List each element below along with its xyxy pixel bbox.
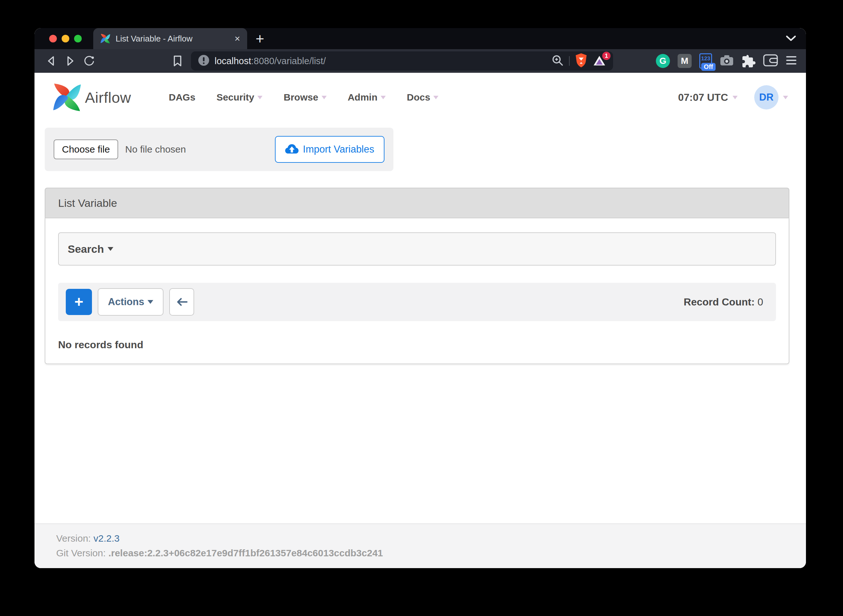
menu-hamburger-icon[interactable] [786, 56, 797, 66]
counter-extension-icon[interactable]: 123Off [699, 53, 712, 69]
rewards-badge: 1 [602, 52, 611, 60]
tab-search-chevron-icon[interactable] [786, 35, 796, 43]
grammarly-extension-icon[interactable]: G [656, 54, 670, 68]
user-menu-dropdown-icon[interactable] [783, 96, 788, 99]
address-bar[interactable]: localhost:8080/variable/list/ [191, 51, 613, 70]
record-count: Record Count: 0 [684, 296, 768, 308]
divider [569, 56, 570, 66]
nav-item-admin[interactable]: Admin [348, 92, 386, 103]
airflow-brand[interactable]: Airflow [52, 83, 131, 112]
list-variable-panel: List Variable Search + Actions [45, 188, 789, 364]
window-minimize-button[interactable] [62, 35, 69, 43]
empty-state-message: No records found [58, 339, 776, 351]
tab-strip: List Variable - Airflow × + [34, 28, 806, 49]
search-accordion[interactable]: Search [58, 232, 776, 265]
wallet-icon[interactable] [763, 54, 778, 67]
url-text[interactable]: localhost:8080/variable/list/ [214, 56, 326, 66]
version-link[interactable]: v2.2.3 [94, 533, 120, 544]
version-line: Version: v2.2.3 [56, 531, 806, 546]
extensions-puzzle-icon[interactable] [742, 53, 755, 69]
tab-title: List Variable - Airflow [116, 34, 234, 44]
brave-shield-icon[interactable] [575, 53, 587, 69]
page-footer: Version: v2.2.3 Git Version: .release:2.… [34, 524, 806, 568]
gmail-extension-icon[interactable]: M [678, 54, 692, 68]
screenshot-camera-icon[interactable] [720, 54, 734, 67]
window-controls [49, 35, 82, 43]
counter-off-badge: Off [701, 63, 715, 71]
airflow-logo-icon [52, 83, 82, 112]
nav-item-dags[interactable]: DAGs [169, 92, 195, 103]
file-status-text: No file chosen [125, 144, 186, 155]
import-variables-section: Choose file No file chosen Import Variab… [45, 128, 394, 171]
zoom-page-icon[interactable] [551, 54, 564, 68]
forward-icon[interactable] [65, 54, 76, 68]
airflow-brand-name: Airflow [85, 89, 131, 106]
git-version-line: Git Version: .release:2.2.3+06c82e17e9d7… [56, 546, 806, 560]
page-title: List Variable [58, 197, 117, 210]
back-icon[interactable] [46, 54, 57, 68]
browser-toolbar: localhost:8080/variable/list/ [34, 49, 806, 73]
arrow-left-icon [175, 297, 188, 307]
bookmark-icon[interactable] [172, 54, 183, 68]
nav-item-security[interactable]: Security [216, 92, 263, 103]
airflow-favicon [100, 34, 110, 44]
actions-dropdown-button[interactable]: Actions [98, 288, 163, 316]
user-avatar[interactable]: DR [754, 85, 778, 110]
nav-item-docs[interactable]: Docs [407, 92, 438, 103]
browser-window: List Variable - Airflow × + [34, 28, 806, 568]
chevron-down-icon [257, 96, 263, 99]
site-info-icon[interactable] [198, 54, 210, 67]
reload-icon[interactable] [84, 54, 95, 68]
nav-item-browse[interactable]: Browse [283, 92, 326, 103]
chevron-down-icon [148, 300, 153, 304]
panel-body: Search + Actions Record Count: 0 [45, 218, 789, 364]
extension-icons: G M 123Off [656, 53, 797, 69]
chevron-down-icon [433, 96, 438, 99]
add-record-button[interactable]: + [66, 289, 92, 315]
import-variables-button[interactable]: Import Variables [275, 136, 385, 163]
chevron-down-icon [107, 247, 113, 251]
table-toolbar: + Actions Record Count: 0 [58, 283, 776, 321]
window-close-button[interactable] [49, 35, 57, 43]
brave-rewards-icon[interactable]: 1 [593, 55, 606, 67]
main-nav: DAGs Security Browse Admin Docs [169, 92, 439, 103]
desktop-background: List Variable - Airflow × + [0, 0, 843, 616]
choose-file-button[interactable]: Choose file [54, 139, 118, 159]
airflow-navbar: Airflow DAGs Security Browse Admin Docs … [34, 73, 806, 122]
panel-header: List Variable [45, 188, 789, 218]
cloud-upload-icon [285, 144, 298, 155]
page-content: Choose file No file chosen Import Variab… [34, 122, 806, 524]
new-tab-button[interactable]: + [250, 28, 270, 49]
back-page-button[interactable] [169, 288, 194, 316]
browser-tab[interactable]: List Variable - Airflow × [93, 28, 247, 49]
window-zoom-button[interactable] [74, 35, 82, 43]
chevron-down-icon [380, 96, 386, 99]
tab-close-icon[interactable]: × [234, 34, 240, 43]
clock-dropdown-icon[interactable] [733, 96, 738, 99]
utc-clock[interactable]: 07:07 UTC [678, 92, 728, 103]
chevron-down-icon [322, 96, 327, 99]
